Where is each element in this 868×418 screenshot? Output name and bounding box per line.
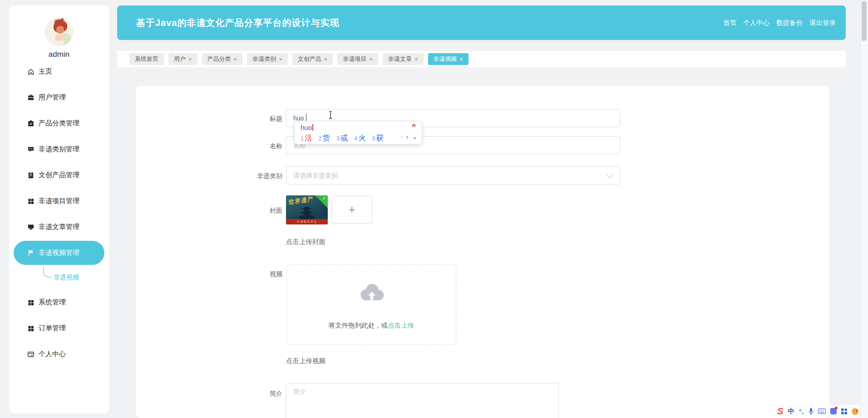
tab-close-icon[interactable]: × xyxy=(324,56,328,63)
ime-candidate[interactable]: 2货 xyxy=(318,133,330,143)
ime-mascot-icon[interactable] xyxy=(410,124,418,129)
cover-upload-hint: 点击上传封面 xyxy=(286,238,326,246)
category-label: 非遗类别 xyxy=(228,172,282,180)
header-bar: 基于Java的非遗文化产品分享平台的设计与实现 首页 个人中心 数据备份 退出登… xyxy=(117,5,846,40)
header-links: 首页 个人中心 数据备份 退出登录 xyxy=(723,19,836,27)
skin-icon[interactable] xyxy=(830,408,837,414)
sidebar-item-home[interactable]: 主页 xyxy=(9,59,109,85)
tab-close-icon[interactable]: × xyxy=(460,56,464,63)
header-link-data-backup[interactable]: 数据备份 xyxy=(776,19,803,27)
tab-label: 非遗项目 xyxy=(343,55,366,63)
sidebar-item-personal-center[interactable]: 个人中心 xyxy=(9,341,109,367)
username: admin xyxy=(9,50,109,59)
title-label: 标题 xyxy=(228,115,282,123)
tab-heritage-video[interactable]: 非遗视频 × xyxy=(428,53,469,65)
ime-prev-page-icon[interactable]: ‹ xyxy=(400,133,403,140)
scrollbar-track[interactable] xyxy=(860,0,868,418)
ime-candidate[interactable]: 4火 xyxy=(354,133,365,143)
toolbox-icon[interactable] xyxy=(841,408,847,414)
page-title: 基于Java的非遗文化产品分享平台的设计与实现 xyxy=(136,17,340,29)
id-card-icon xyxy=(27,351,35,358)
sogou-logo-icon[interactable]: S xyxy=(777,406,783,417)
sidebar-item-label: 系统管理 xyxy=(39,298,66,307)
tab-close-icon[interactable]: × xyxy=(369,56,373,63)
chat-bubble-icon xyxy=(27,146,35,153)
sidebar-item-cultural-product-mgmt[interactable]: 文创产品管理 xyxy=(9,162,109,188)
microphone-icon[interactable] xyxy=(809,408,814,415)
ime-pinyin: huo xyxy=(301,124,313,131)
emoji-icon[interactable] xyxy=(852,408,858,415)
thumbnail-caption-text: - 中国最美天坛 - xyxy=(286,219,328,224)
tab-close-icon[interactable]: × xyxy=(234,56,237,63)
header-link-logout[interactable]: 退出登录 xyxy=(809,19,836,27)
tab-product-category[interactable]: 产品分类 × xyxy=(202,53,243,65)
tab-system-home[interactable]: 系统首页 xyxy=(129,53,164,65)
cover-upload-button[interactable]: + xyxy=(331,196,372,224)
tab-heritage-project[interactable]: 非遗项目 × xyxy=(337,53,378,65)
sidebar-item-label: 用户管理 xyxy=(39,93,66,102)
sidebar-item-heritage-video-mgmt[interactable]: 非遗视频管理 xyxy=(14,241,104,265)
pagoda-graphic xyxy=(293,206,321,220)
tab-label: 系统首页 xyxy=(135,55,158,63)
document-icon xyxy=(27,172,35,179)
sidebar-item-label: 非遗类别管理 xyxy=(39,145,79,154)
ime-caret xyxy=(312,124,313,131)
avatar[interactable] xyxy=(44,17,74,46)
tab-close-icon[interactable]: × xyxy=(188,56,192,63)
click-upload-link[interactable]: 点击上传 xyxy=(388,322,414,329)
header-link-personal-center[interactable]: 个人中心 xyxy=(743,19,769,27)
ime-expand-icon[interactable]: ⌄ xyxy=(412,133,417,140)
header-link-home[interactable]: 首页 xyxy=(723,19,736,27)
punctuation-icon[interactable]: °, xyxy=(799,408,804,415)
category-select[interactable] xyxy=(286,166,620,184)
sidebar-item-label: 非遗文章管理 xyxy=(39,223,79,231)
chinese-mode-icon[interactable]: 中 xyxy=(788,407,794,416)
grid-icon xyxy=(27,299,35,306)
sidebar-item-user-mgmt[interactable]: 用户管理 xyxy=(9,85,109,110)
ime-candidate[interactable]: 3或 xyxy=(336,133,348,143)
ime-popup: huo 1活 2货 3或 4火 5获 ‹ › ⌄ xyxy=(294,121,422,144)
keyboard-icon[interactable] xyxy=(818,408,826,414)
cover-thumbnail[interactable]: 世界遗产 - 中国最美天坛 - ✓ xyxy=(286,195,328,224)
sidebar: admin 主页 用户管理 产品分类管理 非遗类别管理 文创产品管理 非遗项目管… xyxy=(9,5,109,413)
ime-next-page-icon[interactable]: › xyxy=(406,133,409,140)
video-dropzone[interactable]: 将文件拖到此处，或点击上传 xyxy=(286,264,456,345)
ime-candidate[interactable]: 5获 xyxy=(372,133,384,143)
tab-close-icon[interactable]: × xyxy=(414,56,418,63)
grid-icon xyxy=(27,198,35,205)
upload-cloud-icon xyxy=(356,282,387,304)
intro-label: 简介 xyxy=(228,390,282,398)
form-card xyxy=(136,86,829,418)
sidebar-subitem-heritage-video[interactable]: 非遗视频 xyxy=(9,266,109,289)
tab-label: 非遗文章 xyxy=(388,55,412,63)
tab-cultural-product[interactable]: 文创产品 × xyxy=(292,53,333,65)
check-icon: ✓ xyxy=(322,195,326,201)
scrollbar-thumb[interactable] xyxy=(862,1,867,41)
ime-toolbar: S 中 °, xyxy=(774,405,861,418)
tab-close-icon[interactable]: × xyxy=(279,56,282,63)
sidebar-item-product-category-mgmt[interactable]: 产品分类管理 xyxy=(9,110,109,136)
name-label: 名称 xyxy=(228,142,282,150)
tab-label: 非遗视频 xyxy=(434,55,457,63)
ime-candidate[interactable]: 1活 xyxy=(301,133,312,143)
sidebar-item-label: 非遗项目管理 xyxy=(39,197,79,205)
sidebar-item-heritage-article-mgmt[interactable]: 非遗文章管理 xyxy=(9,214,109,240)
thumbnail-title-text: 世界遗产 xyxy=(288,195,314,207)
intro-textarea[interactable] xyxy=(286,383,559,418)
tab-label: 文创产品 xyxy=(298,55,321,63)
tab-user[interactable]: 用户 × xyxy=(168,53,197,65)
submenu-connector xyxy=(43,267,52,278)
sidebar-item-label: 主页 xyxy=(39,67,52,76)
sidebar-item-order-mgmt[interactable]: 订单管理 xyxy=(9,315,109,341)
tab-heritage-article[interactable]: 非遗文章 × xyxy=(383,53,424,65)
video-upload-hint: 点击上传视频 xyxy=(286,357,326,365)
tab-label: 非遗类别 xyxy=(252,55,276,63)
sidebar-item-heritage-project-mgmt[interactable]: 非遗项目管理 xyxy=(9,188,109,214)
sidebar-item-label: 订单管理 xyxy=(39,324,66,333)
sidebar-item-system-mgmt[interactable]: 系统管理 xyxy=(9,289,109,315)
submenu-label: 非遗视频 xyxy=(54,274,79,282)
dropzone-text: 将文件拖到此处，或点击上传 xyxy=(287,321,456,330)
tab-heritage-category[interactable]: 非遗类别 × xyxy=(247,53,288,65)
sidebar-item-heritage-category-mgmt[interactable]: 非遗类别管理 xyxy=(9,136,109,162)
flag-icon xyxy=(27,249,35,257)
